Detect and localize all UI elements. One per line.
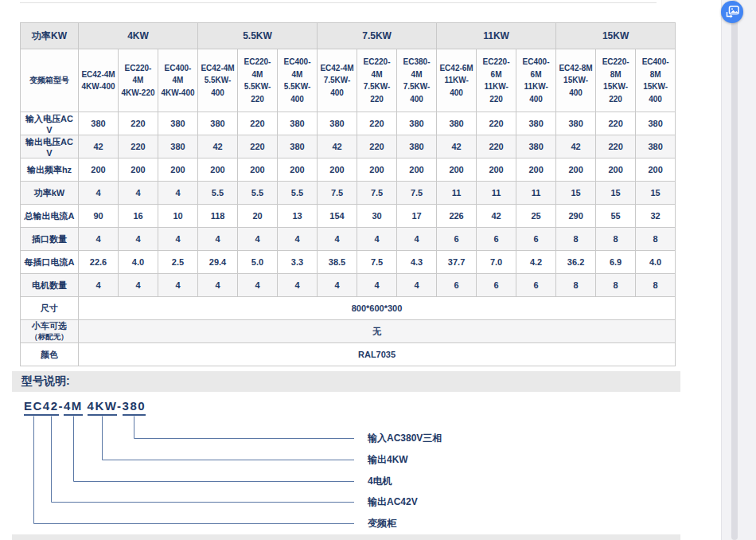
- spec-value-row: 功率kW4445.55.55.57.57.57.5111111151515: [21, 182, 676, 205]
- spec-value-row: 输入电压AC V38022038038022038038022038038022…: [21, 112, 676, 135]
- value-cell: 7.5: [397, 182, 437, 205]
- value-cell: 4: [158, 274, 198, 297]
- value-cell: 200: [79, 158, 119, 182]
- value-cell: 6: [516, 228, 556, 251]
- value-cell: 200: [437, 158, 477, 182]
- spec-span-row: 颜色RAL7035: [21, 343, 676, 366]
- value-cell: 200: [238, 158, 278, 182]
- value-cell: 4: [357, 228, 397, 251]
- value-cell: 15: [596, 182, 636, 205]
- model-segment: 42: [43, 399, 59, 416]
- callout-line: [134, 417, 355, 439]
- row-label: 尺寸: [21, 297, 79, 320]
- value-cell: 22.6: [79, 251, 119, 274]
- value-cell: 4.0: [119, 251, 158, 274]
- value-cell: 4: [79, 182, 119, 205]
- value-cell: 30: [357, 205, 397, 228]
- value-cell: 25: [516, 205, 556, 228]
- value-cell: 15: [556, 182, 596, 205]
- callout-label: 变频柜: [368, 517, 396, 530]
- row-label: 总输出电流A: [21, 205, 79, 228]
- spec-value-row: 输出频率hz2002002002002002002002002002002002…: [21, 158, 676, 182]
- value-cell: 380: [397, 112, 437, 135]
- value-cell: 7.0: [477, 251, 516, 274]
- image-restore-icon: [726, 6, 739, 18]
- value-cell: 2.5: [158, 251, 198, 274]
- model-cell: EC220-4M4KW-220: [119, 49, 158, 112]
- model-explanation-header: 型号说明:: [12, 371, 680, 392]
- value-cell: 7.5: [357, 251, 397, 274]
- value-cell: 220: [357, 135, 397, 158]
- value-cell: 4: [158, 228, 198, 251]
- model-segment: 4KW: [88, 399, 118, 416]
- value-cell: 220: [596, 135, 636, 158]
- value-cell: 200: [318, 158, 357, 182]
- value-cell: 220: [477, 135, 516, 158]
- value-cell: 380: [278, 112, 318, 135]
- value-cell: 37.7: [437, 251, 477, 274]
- value-cell: 290: [556, 205, 596, 228]
- model-row: 变频箱型号EC42-4M4KW-400EC220-4M4KW-220EC400-…: [21, 49, 676, 112]
- value-cell: 8: [596, 228, 636, 251]
- value-cell: 4.0: [636, 251, 676, 274]
- row-label: 输出频率hz: [21, 158, 79, 182]
- value-cell: 17: [397, 205, 437, 228]
- span-value-cell: 无: [79, 320, 676, 343]
- model-cell: EC42-4M4KW-400: [79, 49, 119, 112]
- spec-value-row: 总输出电流A9016101182013154301722642252905532: [21, 205, 676, 228]
- value-cell: 32: [636, 205, 676, 228]
- value-cell: 4: [397, 274, 437, 297]
- model-code: EC42-4M 4KW-380: [24, 399, 146, 413]
- model-cell: EC220-4M7.5KW-220: [357, 49, 397, 112]
- value-cell: 6: [477, 228, 516, 251]
- value-cell: 4: [119, 228, 158, 251]
- spec-span-row: 尺寸800*600*300: [21, 297, 676, 320]
- value-cell: 42: [477, 205, 516, 228]
- value-cell: 5.5: [198, 182, 238, 205]
- value-cell: 4: [318, 274, 357, 297]
- model-cell: EC400-6M11KW-400: [516, 49, 556, 112]
- spec-table: 功率KW4KW5.5KW7.5KW11KW15KW变频箱型号EC42-4M4KW…: [20, 22, 676, 366]
- callout-line: [52, 417, 355, 503]
- power-group-cell: 5.5KW: [198, 23, 318, 49]
- row-label: 插口数量: [21, 228, 79, 251]
- value-cell: 380: [556, 112, 596, 135]
- row-label: 功率kW: [21, 182, 79, 205]
- value-cell: 220: [357, 112, 397, 135]
- value-cell: 5.5: [278, 182, 318, 205]
- row-label-model: 变频箱型号: [21, 49, 79, 112]
- value-cell: 200: [119, 158, 158, 182]
- value-cell: 42: [318, 135, 357, 158]
- value-cell: 29.4: [198, 251, 238, 274]
- value-cell: 6: [516, 274, 556, 297]
- value-cell: 8: [636, 274, 676, 297]
- value-cell: 6: [437, 274, 477, 297]
- callout-line: [34, 417, 355, 524]
- value-cell: 10: [158, 205, 198, 228]
- value-cell: 4: [318, 228, 357, 251]
- value-cell: 4: [198, 274, 238, 297]
- restore-image-button[interactable]: [721, 1, 743, 23]
- model-cell: EC42-4M7.5KW-400: [318, 49, 357, 112]
- value-cell: 380: [158, 112, 198, 135]
- power-group-cell: 15KW: [556, 23, 676, 49]
- value-cell: 380: [278, 135, 318, 158]
- model-cell: EC380-4M7.5KW-400: [397, 49, 437, 112]
- power-group-cell: 7.5KW: [318, 23, 437, 49]
- power-group-cell: 4KW: [79, 23, 198, 49]
- value-cell: 36.2: [556, 251, 596, 274]
- spec-span-row: 小车可选（标配无）无: [21, 320, 676, 343]
- value-cell: 380: [198, 112, 238, 135]
- value-cell: 220: [477, 112, 516, 135]
- spec-value-row: 每插口电流A22.64.02.529.45.03.338.57.54.337.7…: [21, 251, 676, 274]
- value-cell: 380: [397, 135, 437, 158]
- value-cell: 5.0: [238, 251, 278, 274]
- value-cell: 4.3: [397, 251, 437, 274]
- model-cell: EC400-4M5.5KW-400: [278, 49, 318, 112]
- value-cell: 4: [238, 228, 278, 251]
- row-label: 输入电压AC V: [21, 112, 79, 135]
- model-cell: EC220-4M5.5KW-220: [238, 49, 278, 112]
- callout-label: 4电机: [368, 475, 392, 488]
- model-cell: EC400-4M4KW-400: [158, 49, 198, 112]
- value-cell: 16: [119, 205, 158, 228]
